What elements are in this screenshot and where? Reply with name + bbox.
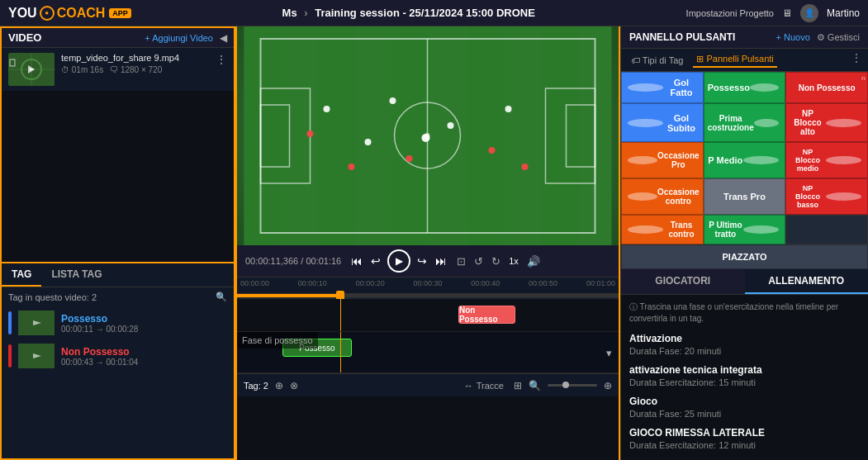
tag-button-p-medio[interactable]: P Medio: [704, 142, 786, 178]
btn-label: Occasione Pro: [657, 151, 700, 169]
ruler-label: 00:01:00: [586, 279, 615, 287]
tag-count-line: Tag in questo video: 2 🔍: [2, 287, 234, 306]
tag-button-gol-fatto[interactable]: Gol Fatto: [621, 72, 704, 103]
dot-icon: [826, 156, 861, 164]
right-panel: PANNELLO PULSANTI + Nuovo ⚙ Gestisci 🏷 T…: [620, 26, 868, 460]
non-possesso-tag[interactable]: Non Possesso: [458, 306, 515, 324]
video-more-icon[interactable]: ⋮: [216, 53, 227, 66]
fit-button[interactable]: ⊞: [514, 380, 522, 391]
panel-more-icon[interactable]: ⋮: [851, 52, 861, 68]
redo-button[interactable]: ↻: [491, 255, 500, 268]
tag-button-occasione-contro[interactable]: Occasione contro: [621, 178, 704, 215]
volume-button[interactable]: 🔊: [527, 255, 540, 268]
add-video-button[interactable]: + Aggiungi Video: [145, 33, 213, 43]
center-panel: 00:00:11,366 / 00:01:16 ⏮ ↩ ▶ ↪ ⏭ ⊡ ↺ ↻ …: [235, 26, 620, 460]
training-item: Attivazione Durata Fase: 20 minuti: [629, 333, 860, 356]
tag-button-trans-pro[interactable]: Trans Pro: [704, 178, 786, 215]
tab-lista-tag[interactable]: LISTA TAG: [41, 263, 111, 287]
dot-icon: [628, 225, 663, 234]
training-item: GIOCO RIMESSA LATERALE Durata Esercitazi…: [629, 427, 860, 450]
player-controls: 00:00:11,366 / 00:01:16 ⏮ ↩ ▶ ↪ ⏭ ⊡ ↺ ↻ …: [237, 245, 619, 277]
logo-coach: COACH: [57, 6, 106, 21]
dot-icon: [628, 119, 663, 127]
ruler-labels: 00:00:00 00:00:10 00:00:20 00:00:30 00:0…: [237, 277, 619, 289]
nuovo-button[interactable]: + Nuovo: [776, 32, 810, 42]
loop-button[interactable]: ↺: [474, 255, 483, 268]
tag-button-np-blocco-alto[interactable]: NP Blocco alto: [785, 103, 868, 142]
gestisci-button[interactable]: ⚙ Gestisci: [817, 32, 860, 43]
dot-icon: [628, 192, 657, 201]
zoom-slider[interactable]: [548, 384, 597, 386]
svg-point-30: [505, 106, 512, 112]
dot-icon: [750, 83, 779, 92]
btn-label: NP Blocco alto: [790, 109, 825, 136]
skip-back-button[interactable]: ⏮: [349, 253, 364, 269]
dot-icon: [628, 156, 657, 164]
tag-button-occasione-pro[interactable]: Occasione Pro: [621, 142, 704, 178]
zoom-in-button[interactable]: ⊕: [604, 380, 612, 391]
timeline-progress-bar[interactable]: [237, 294, 619, 297]
skip-forward-button[interactable]: ⏭: [434, 253, 448, 269]
btn-label: P Ultimo tratto: [708, 221, 743, 239]
tab-giocatori[interactable]: GIOCATORI: [621, 269, 745, 294]
scroll-indicator: n: [861, 74, 866, 82]
dot-icon: [754, 119, 780, 127]
speed-button[interactable]: 1x: [509, 256, 519, 266]
svg-point-29: [489, 147, 496, 154]
tag-button-np-blocco-basso[interactable]: NP Blocco basso: [785, 178, 868, 215]
fast-forward-button[interactable]: ↪: [415, 253, 429, 269]
tag-button-gol-subito[interactable]: Gol Subito: [621, 103, 704, 142]
track-expand-icon[interactable]: ▾: [606, 346, 612, 358]
tag-info: Non Possesso 00:00:43 → 00:01:04: [61, 346, 227, 367]
logo-you: YOU: [8, 6, 37, 21]
tag-button-non-possesso[interactable]: Non Possesso n: [785, 72, 868, 103]
tag-button-prima-costruzione[interactable]: Prima costruzione: [704, 103, 786, 142]
btn-label: Gol Subito: [663, 113, 699, 133]
rewind-button[interactable]: ↩: [369, 253, 382, 269]
training-item: Gioco Durata Fase: 25 minuti: [629, 396, 860, 419]
tab-allenamento[interactable]: ALLENAMENTO: [745, 269, 869, 294]
tag-button-trans-contro[interactable]: Trans contro: [621, 215, 704, 244]
tag-button-piazzato[interactable]: PIAZZATO: [621, 244, 868, 269]
video-item[interactable]: temp_video_for_share 9.mp4 ⏱ 01m 16s 🗨 1…: [2, 48, 234, 91]
tag-button-possesso[interactable]: Possesso: [704, 72, 786, 103]
panel-tabs: 🏷 Tipi di Tag ⊞ Pannelli Pulsanti ⋮: [621, 49, 868, 72]
zoom-out-button[interactable]: 🔍: [529, 380, 541, 391]
playhead-line-2: [340, 332, 341, 372]
tag-button-np-blocco-medio[interactable]: NP Blocco medio: [785, 142, 868, 178]
tag-tabs: TAG LISTA TAG: [2, 263, 234, 287]
total-time: / 00:01:16: [301, 256, 341, 266]
bottom-right-panel: GIOCATORI ALLENAMENTO ⓘ Trascina una fas…: [621, 269, 868, 460]
tag-button-p-ultimo-tratto[interactable]: P Ultimo tratto: [704, 215, 786, 244]
tag-thumbnail: [18, 311, 55, 335]
screenshot-button[interactable]: ⊡: [457, 255, 466, 268]
btn-label: PIAZZATO: [625, 252, 864, 262]
tab-pannelli-pulsanti[interactable]: ⊞ Pannelli Pulsanti: [693, 52, 776, 68]
tag-button-more[interactable]: [785, 215, 868, 244]
list-item[interactable]: Possesso 00:00:11 → 00:00:28: [2, 306, 234, 339]
svg-rect-14: [467, 26, 505, 245]
video-field: [237, 26, 619, 245]
tab-tag[interactable]: TAG: [2, 263, 41, 287]
settings-button[interactable]: Impostazioni Progetto: [686, 8, 774, 18]
nav-right: Impostazioni Progetto 🖥 👤 Martino: [686, 4, 860, 22]
play-button[interactable]: ▶: [387, 249, 410, 273]
collapse-icon[interactable]: ◀: [220, 32, 227, 44]
timeline-track-main: Non Possesso: [237, 299, 619, 332]
time-display: 00:00:11,366 / 00:01:16: [245, 256, 341, 266]
timeline-marker-button[interactable]: ⊗: [290, 380, 298, 391]
video-section-header: VIDEO + Aggiungi Video ◀: [2, 28, 234, 48]
br-content: ⓘ Trascina una fase o un'esercitazione n…: [621, 295, 868, 460]
ruler-label: 00:00:50: [529, 279, 557, 287]
svg-point-25: [365, 139, 372, 145]
tab-tipi-tag[interactable]: 🏷 Tipi di Tag: [628, 52, 686, 68]
tracce-button[interactable]: ↔ Tracce: [464, 381, 504, 391]
timeline-add-button[interactable]: ⊕: [275, 380, 283, 391]
breadcrumb-ms[interactable]: Ms: [282, 7, 297, 19]
tracce-label: Tracce: [477, 381, 504, 391]
tag-search-icon[interactable]: 🔍: [216, 292, 227, 302]
video-resolution: 🗨 1280 × 720: [110, 65, 162, 74]
list-item[interactable]: Non Possesso 00:00:43 → 00:01:04: [2, 339, 234, 372]
buttons-panel-title: PANNELLO PULSANTI: [629, 31, 735, 43]
dot-icon: [826, 192, 861, 201]
